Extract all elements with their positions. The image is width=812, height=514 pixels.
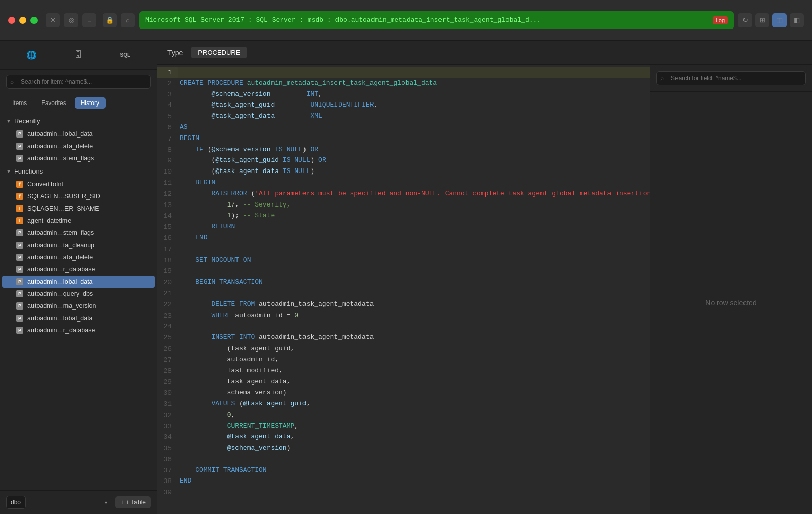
line-content-16: END: [178, 233, 650, 244]
traffic-lights: [8, 17, 38, 24]
chrome-icons: ✕ ◎ ≡: [46, 13, 96, 27]
close-button[interactable]: [8, 17, 15, 24]
line-content-22: DELETE FROM autoadmin_task_agent_metadat…: [178, 299, 650, 310]
func-item-2[interactable]: f SQLAGEN…ER_SNAME: [2, 202, 155, 215]
no-row-selected-label: No row selected: [705, 299, 756, 307]
func-item-0[interactable]: f ConvertToInt: [2, 178, 155, 190]
func-icon-2: f: [16, 205, 23, 212]
chrome-right-icons: ↻ ⊞ ◫ ◧: [738, 13, 804, 27]
code-line-24: 24: [157, 321, 650, 332]
sidebar-search-wrapper: ⌕: [6, 75, 151, 89]
line-content-18: SET NOCOUNT ON: [178, 255, 650, 266]
func-item-label-2: SQLAGEN…ER_SNAME: [27, 205, 99, 212]
code-line-38: 38 END: [157, 476, 650, 487]
sidebar-top-icons: 🌐 🗄 SQL: [0, 41, 157, 70]
line-num-15: 15: [157, 222, 178, 233]
type-value: PROCEDURE: [191, 47, 247, 58]
field-search-input[interactable]: [656, 71, 806, 85]
recently-item-0[interactable]: P autoadmin…lobal_data: [2, 128, 155, 140]
proc-item-7[interactable]: P autoadmin…r_database: [2, 263, 155, 276]
globe-icon[interactable]: 🌐: [23, 47, 40, 63]
line-num-1: 1: [157, 67, 178, 78]
line-num-7: 7: [157, 133, 178, 145]
code-line-12: 12 RAISERROR ('All parameters must be sp…: [157, 189, 650, 200]
right-panel-content: No row selected: [650, 92, 812, 514]
eye-icon[interactable]: ◎: [64, 13, 78, 27]
line-num-13: 13: [157, 200, 178, 211]
main-layout: 🌐 🗄 SQL ⌕ Items Favorites History ▼ Rece…: [0, 41, 812, 514]
line-content-38: END: [178, 476, 650, 487]
add-table-button[interactable]: + + Table: [115, 496, 151, 508]
line-num-3: 3: [157, 89, 178, 100]
tab-history[interactable]: History: [75, 97, 106, 109]
add-table-plus-icon: +: [120, 499, 124, 506]
line-num-38: 38: [157, 476, 178, 487]
schema-select[interactable]: dbo: [6, 496, 26, 509]
line-num-10: 10: [157, 166, 178, 178]
code-line-3: 3 @schema_version INT,: [157, 89, 650, 100]
maximize-button[interactable]: [30, 17, 38, 24]
code-line-18: 18 SET NOCOUNT ON: [157, 255, 650, 266]
line-num-16: 16: [157, 233, 178, 244]
proc-item-9[interactable]: P autoadmin…query_dbs: [2, 288, 155, 300]
search-chrome-icon[interactable]: ⌕: [121, 13, 135, 27]
code-line-23: 23 WHERE autoadmin_id = 0: [157, 311, 650, 322]
line-num-20: 20: [157, 277, 178, 288]
line-num-4: 4: [157, 100, 178, 111]
grid-icon[interactable]: ⊞: [755, 13, 769, 27]
proc-item-4[interactable]: P autoadmin…stem_flags: [2, 227, 155, 239]
tab-items[interactable]: Items: [6, 97, 33, 109]
proc-icon-0: P: [16, 130, 23, 138]
close-icon[interactable]: ✕: [46, 13, 60, 27]
content-area: Type PROCEDURE 1 2 CREATE PROCEDURE auto…: [157, 41, 812, 514]
line-num-18: 18: [157, 255, 178, 266]
func-item-1[interactable]: f SQLAGEN…SUSER_SID: [2, 190, 155, 202]
tab-favorites[interactable]: Favorites: [35, 97, 72, 109]
line-content-6: AS: [178, 122, 650, 133]
sidebar-bottom: dbo ▾ + + Table: [0, 490, 157, 514]
sidebar-search-input[interactable]: [6, 75, 151, 89]
proc-item-11[interactable]: P autoadmin…lobal_data: [2, 312, 155, 324]
proc-item-label-5: autoadmin…ta_cleanup: [27, 242, 94, 249]
code-panel-split: 1 2 CREATE PROCEDURE autoadmin_metadata_…: [157, 65, 812, 514]
proc-item-6[interactable]: P autoadmin…ata_delete: [2, 251, 155, 263]
recently-item-2[interactable]: P autoadmin…stem_flags: [2, 152, 155, 164]
code-editor[interactable]: 1 2 CREATE PROCEDURE autoadmin_metadata_…: [157, 65, 650, 514]
database-icon[interactable]: 🗄: [70, 47, 86, 63]
code-line-19: 19: [157, 266, 650, 277]
line-num-8: 8: [157, 145, 178, 156]
code-line-25: 25 INSERT INTO autoadmin_task_agent_meta…: [157, 332, 650, 344]
proc-item-10[interactable]: P autoadmin…ma_version: [2, 300, 155, 312]
func-item-3[interactable]: f agent_datetime: [2, 215, 155, 227]
sql-icon[interactable]: SQL: [117, 47, 133, 63]
line-num-19: 19: [157, 266, 178, 277]
panel-right-icon[interactable]: ◧: [790, 13, 804, 27]
list-icon[interactable]: ≡: [82, 13, 96, 27]
lock-icon[interactable]: 🔒: [103, 13, 117, 27]
line-num-30: 30: [157, 388, 178, 399]
code-line-14: 14 1); -- State: [157, 211, 650, 222]
address-badge: Log: [713, 16, 728, 24]
code-line-39: 39: [157, 487, 650, 498]
line-content-11: BEGIN: [178, 178, 650, 188]
panel-left-icon[interactable]: ◫: [772, 13, 787, 27]
code-line-29: 29 task_agent_data,: [157, 376, 650, 388]
line-num-32: 32: [157, 410, 178, 421]
recently-section-header[interactable]: ▼ Recently: [0, 114, 157, 128]
line-content-12: RAISERROR ('All parameters must be speci…: [178, 189, 650, 199]
recently-chevron: ▼: [6, 118, 11, 124]
line-content-39: [178, 487, 650, 498]
line-content-17: [178, 244, 650, 255]
recently-item-1[interactable]: P autoadmin…ata_delete: [2, 140, 155, 152]
functions-section-header[interactable]: ▼ Functions: [0, 164, 157, 178]
func-icon-3: f: [16, 217, 23, 224]
minimize-button[interactable]: [19, 17, 26, 24]
refresh-icon[interactable]: ↻: [738, 13, 752, 27]
type-header: Type PROCEDURE: [157, 41, 812, 65]
proc-item-8[interactable]: P autoadmin…lobal_data: [2, 276, 155, 288]
proc-item-12[interactable]: P autoadmin…r_database: [2, 324, 155, 336]
code-line-9: 9 (@task_agent_guid IS NULL) OR: [157, 155, 650, 166]
line-content-31: VALUES (@task_agent_guid,: [178, 399, 650, 409]
proc-item-5[interactable]: P autoadmin…ta_cleanup: [2, 239, 155, 251]
address-bar[interactable]: Microsoft SQL Server 2017 : SQL Server :…: [139, 11, 734, 29]
